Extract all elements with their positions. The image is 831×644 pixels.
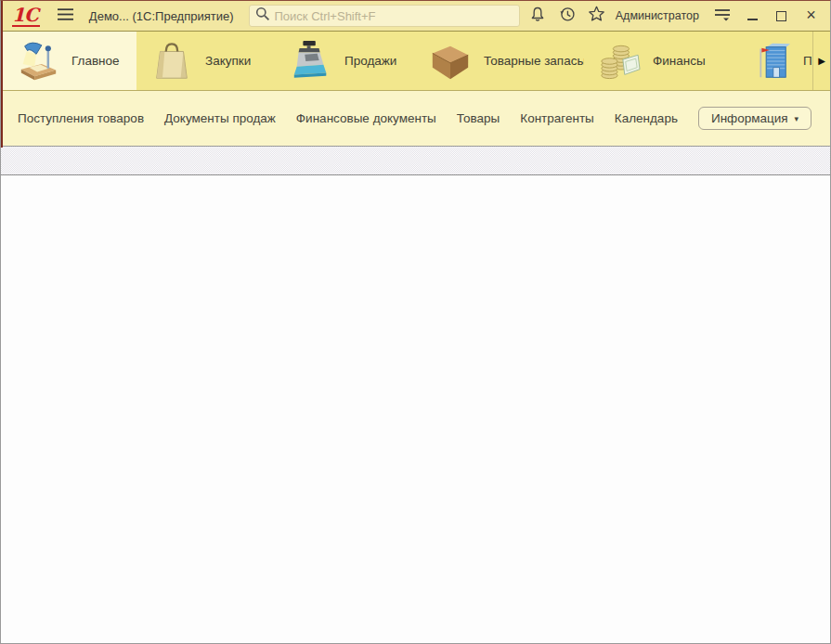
menu-item-goods-receipts[interactable]: Поступления товаров: [18, 111, 144, 125]
window-left-accent-border: [1, 1, 3, 148]
section-label: Финансы: [653, 54, 706, 68]
window-title: Демо... (1С:Предприятие): [89, 9, 234, 23]
minimize-button[interactable]: [741, 4, 764, 28]
menu-item-counterparties[interactable]: Контрагенты: [520, 111, 594, 125]
workspace-content-area: [1, 175, 830, 644]
notifications-button[interactable]: [526, 4, 550, 28]
section-tab-finance[interactable]: Финансы: [584, 32, 734, 90]
bell-icon: [528, 5, 547, 27]
menu-item-calendar[interactable]: Календарь: [615, 111, 678, 125]
history-clock-icon: [558, 5, 577, 27]
app-window: 1С Демо... (1С:Предприятие): [0, 0, 831, 644]
current-user-label: Администратор: [616, 9, 699, 22]
sections-panel: Главное Закупки Продажи: [1, 32, 830, 91]
section-label: Товарные запасы: [484, 54, 584, 68]
maximize-icon: [776, 11, 786, 21]
section-label: Продажи: [344, 54, 396, 68]
maximize-button[interactable]: [770, 4, 793, 28]
section-tab-enterprise[interactable]: Пр: [734, 32, 812, 90]
hamburger-icon: [57, 7, 74, 25]
information-dropdown-label: Информация: [711, 111, 788, 125]
menu-item-sales-documents[interactable]: Документы продаж: [164, 111, 276, 125]
favorites-button[interactable]: [585, 4, 608, 28]
title-bar: 1С Демо... (1С:Предприятие): [1, 1, 830, 32]
search-icon: [255, 6, 270, 25]
main-menu-button[interactable]: [57, 7, 74, 25]
menu-item-financial-documents[interactable]: Финансовые документы: [296, 111, 436, 125]
functions-panel: Поступления товаров Документы продаж Фин…: [1, 91, 830, 146]
section-tab-main[interactable]: Главное: [1, 32, 136, 90]
star-icon: [587, 5, 606, 27]
close-button[interactable]: ×: [799, 4, 823, 28]
sections-scroll-right-button[interactable]: ▶: [812, 32, 830, 90]
section-tab-inventory[interactable]: Товарные запасы: [415, 32, 584, 90]
section-label: Главное: [71, 54, 120, 68]
section-tab-purchases[interactable]: Закупки: [136, 32, 276, 90]
user-settings-menu-button[interactable]: [711, 4, 734, 28]
section-tab-sales[interactable]: Продажи: [276, 32, 415, 90]
information-dropdown-button[interactable]: Информация ▾: [698, 107, 812, 130]
search-input[interactable]: [275, 9, 513, 23]
coins-icon: [597, 40, 642, 83]
section-label: Пр: [803, 54, 812, 68]
1c-logo: 1С: [12, 6, 40, 27]
building-icon: [747, 40, 792, 83]
menu-item-goods[interactable]: Товары: [457, 111, 500, 125]
minimize-icon: [747, 11, 758, 20]
global-search[interactable]: [249, 5, 520, 27]
shopping-bag-icon: [149, 40, 194, 83]
history-button[interactable]: [555, 4, 578, 28]
box-icon: [428, 40, 473, 83]
desk-lamp-icon: [16, 40, 60, 83]
scroll-right-icon: ▶: [818, 56, 825, 66]
user-menu-icon: [713, 6, 732, 25]
close-icon: ×: [806, 6, 816, 23]
chevron-down-icon: ▾: [795, 114, 799, 123]
section-label: Закупки: [205, 54, 251, 68]
taskbar-strip: [1, 146, 830, 175]
cash-register-icon: [289, 40, 333, 83]
